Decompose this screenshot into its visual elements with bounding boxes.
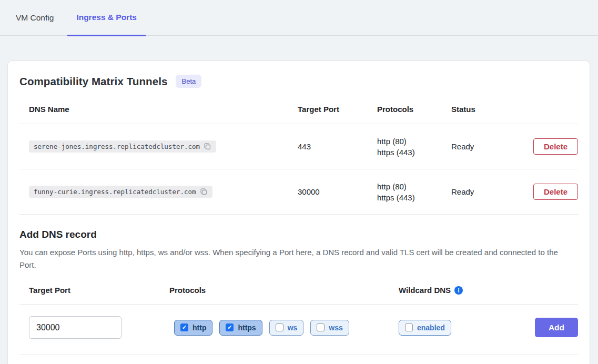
- checkbox-http[interactable]: ✓ http: [174, 320, 212, 336]
- card-title-row: Compatibility Matrix Tunnels Beta: [19, 61, 578, 88]
- checkbox-unchecked-icon: [405, 323, 413, 331]
- checkbox-checked-icon: ✓: [226, 323, 234, 331]
- tunnels-card: Compatibility Matrix Tunnels Beta DNS Na…: [7, 60, 590, 364]
- tab-ingress-ports[interactable]: Ingress & Ports: [67, 0, 146, 36]
- form-labels-row: Target Port Protocols Wildcard DNS i: [19, 271, 578, 304]
- form-label-protocols: Protocols: [169, 286, 399, 295]
- divider: [19, 355, 578, 355]
- add-dns-form-row: ✓ http ✓ https ws wss enabled Add: [19, 305, 578, 339]
- checkbox-ws[interactable]: ws: [269, 320, 304, 336]
- protocol-line: http (80): [377, 181, 451, 192]
- col-header-dns-name: DNS Name: [29, 105, 298, 114]
- status-cell: Ready: [451, 187, 524, 196]
- copy-icon[interactable]: [204, 143, 211, 150]
- dns-name-pill: funny-curie.ingress.replicatedcluster.co…: [29, 186, 212, 198]
- col-header-target-port: Target Port: [298, 105, 377, 114]
- col-header-status: Status: [451, 105, 524, 114]
- beta-badge: Beta: [176, 75, 201, 88]
- checkbox-wildcard-enabled[interactable]: enabled: [399, 320, 451, 336]
- checkbox-label: https: [238, 323, 256, 332]
- checkbox-label: http: [192, 323, 206, 332]
- dns-name-text: serene-jones.ingress.replicatedcluster.c…: [34, 143, 200, 150]
- checkbox-https[interactable]: ✓ https: [219, 320, 262, 336]
- table-row: serene-jones.ingress.replicatedcluster.c…: [19, 124, 578, 169]
- tab-bar: VM Config Ingress & Ports: [0, 0, 598, 36]
- card-title: Compatibility Matrix Tunnels: [19, 75, 167, 88]
- protocol-line: https (443): [377, 147, 451, 158]
- checkbox-wss[interactable]: wss: [310, 320, 349, 336]
- add-dns-heading: Add DNS record: [19, 215, 578, 240]
- col-header-protocols: Protocols: [377, 105, 451, 114]
- target-port-input[interactable]: [29, 316, 121, 339]
- protocol-checkbox-group: ✓ http ✓ https ws wss: [169, 320, 399, 336]
- target-port-cell: 30000: [298, 187, 377, 196]
- add-dns-description: You can expose Ports using http, https, …: [19, 246, 561, 271]
- dns-name-pill: serene-jones.ingress.replicatedcluster.c…: [29, 140, 216, 153]
- add-button[interactable]: Add: [535, 318, 578, 337]
- checkbox-label: ws: [288, 323, 298, 332]
- form-label-wildcard-dns: Wildcard DNS: [399, 286, 451, 295]
- delete-button[interactable]: Delete: [533, 138, 578, 155]
- checkbox-unchecked-icon: [317, 323, 325, 331]
- checkbox-label: enabled: [417, 323, 445, 332]
- status-cell: Ready: [451, 142, 524, 151]
- table-header: DNS Name Target Port Protocols Status: [19, 88, 578, 124]
- protocols-cell: http (80) https (443): [377, 181, 451, 203]
- table-row: funny-curie.ingress.replicatedcluster.co…: [19, 169, 578, 214]
- protocol-line: http (80): [377, 136, 451, 147]
- protocols-cell: http (80) https (443): [377, 136, 451, 158]
- target-port-cell: 443: [298, 142, 377, 151]
- protocol-line: https (443): [377, 192, 451, 203]
- info-icon[interactable]: i: [454, 286, 463, 295]
- checkbox-unchecked-icon: [276, 323, 283, 331]
- form-label-target-port: Target Port: [29, 286, 169, 295]
- copy-icon[interactable]: [200, 188, 208, 196]
- checkbox-label: wss: [329, 323, 342, 332]
- dns-name-text: funny-curie.ingress.replicatedcluster.co…: [34, 188, 196, 196]
- delete-button[interactable]: Delete: [533, 184, 578, 200]
- tab-vm-config[interactable]: VM Config: [16, 0, 54, 35]
- checkbox-checked-icon: ✓: [180, 323, 188, 331]
